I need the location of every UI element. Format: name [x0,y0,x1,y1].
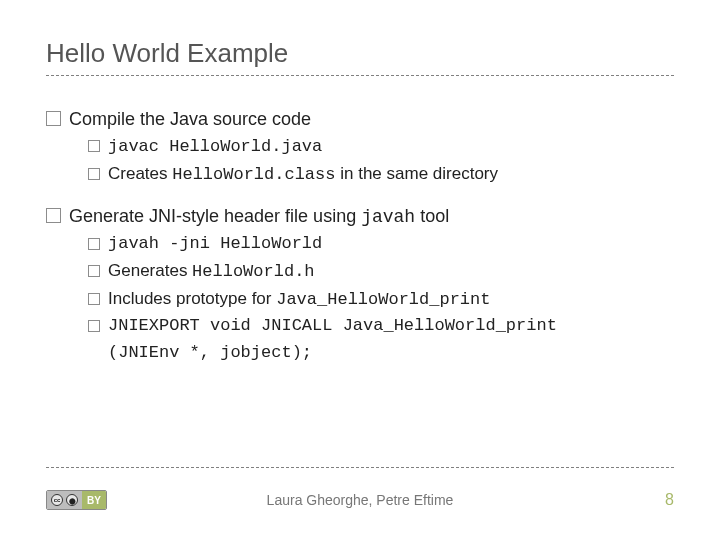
square-bullet-icon [88,293,100,305]
bullet-text: Compile the Java source code [69,106,311,132]
square-bullet-icon [88,168,100,180]
sub-bullet: javah -jni HelloWorld [88,232,674,257]
bullet-head-2: Generate JNI-style header file using jav… [46,203,674,230]
square-bullet-icon [46,208,61,223]
plain-text: Creates [108,164,172,183]
code-text: JNIEXPORT void JNICALL Java_HelloWorld_p… [108,314,557,339]
bullet-section-1: Compile the Java source code javac Hello… [46,106,674,187]
sub-bullet-text: javac HelloWorld.java [108,134,322,160]
title-divider [46,75,674,76]
footer-divider [46,467,674,468]
square-bullet-icon [88,238,100,250]
slide: Hello World Example Compile the Java sou… [0,0,720,540]
code-text: javah [361,207,415,227]
sub-bullets-2: javah -jni HelloWorld Generates HelloWor… [88,232,674,339]
sub-bullet: Creates HelloWorld.class in the same dir… [88,162,674,188]
code-text: Java_HelloWorld_print [276,290,490,309]
square-bullet-icon [46,111,61,126]
slide-title: Hello World Example [46,38,674,69]
plain-text: Includes prototype for [108,289,276,308]
sub-bullet-text: Includes prototype for Java_HelloWorld_p… [108,287,490,313]
code-text: HelloWorld.h [192,262,314,281]
bullet-head-1: Compile the Java source code [46,106,674,132]
plain-text: Generates [108,261,192,280]
sub-bullet-text: Creates HelloWorld.class in the same dir… [108,162,498,188]
slide-content: Compile the Java source code javac Hello… [46,106,674,366]
code-text: javac HelloWorld.java [108,137,322,156]
bullet-text: Generate JNI-style header file using jav… [69,203,449,230]
code-continuation: (JNIEnv *, jobject); [108,341,674,366]
code-text: HelloWorld.class [172,165,335,184]
square-bullet-icon [88,265,100,277]
footer-authors: Laura Gheorghe, Petre Eftime [0,492,720,508]
code-text: javah -jni HelloWorld [108,232,322,257]
sub-bullet: Generates HelloWorld.h [88,259,674,285]
sub-bullet: JNIEXPORT void JNICALL Java_HelloWorld_p… [88,314,674,339]
square-bullet-icon [88,320,100,332]
sub-bullets-1: javac HelloWorld.java Creates HelloWorld… [88,134,674,187]
sub-bullet: Includes prototype for Java_HelloWorld_p… [88,287,674,313]
sub-bullet: javac HelloWorld.java [88,134,674,160]
plain-text: tool [415,206,449,226]
plain-text: in the same directory [335,164,498,183]
slide-footer: cc ⬤ BY Laura Gheorghe, Petre Eftime 8 [0,480,720,520]
bullet-section-2: Generate JNI-style header file using jav… [46,203,674,365]
sub-bullet-text: Generates HelloWorld.h [108,259,315,285]
square-bullet-icon [88,140,100,152]
plain-text: Generate JNI-style header file using [69,206,361,226]
